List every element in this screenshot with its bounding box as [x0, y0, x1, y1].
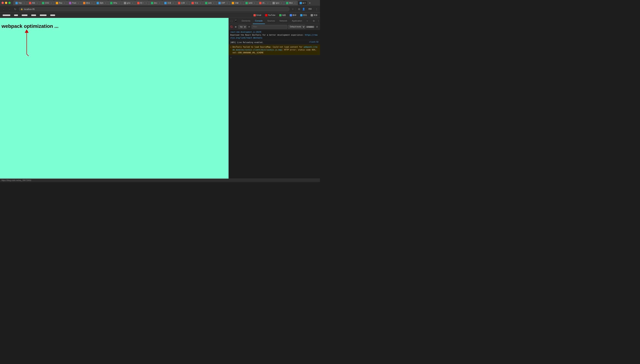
svg-marker-1: [25, 29, 28, 33]
console-filter-bar: 🚫 ◉ top 👁 Default levels 2 hidden ⚙: [229, 24, 320, 30]
tabs-bar: http:× Alib× GSG× Rax× Pack× 图说× 我的× Wha…: [13, 0, 318, 5]
console-prompt-input[interactable]: [233, 56, 318, 58]
console-filter-input[interactable]: [252, 25, 287, 29]
console-msg-source-react[interactable]: react-dom.development.js:26239: [230, 31, 261, 33]
tab-21[interactable]: Mon×: [284, 0, 298, 5]
maximize-button[interactable]: [8, 2, 11, 4]
console-context-select[interactable]: top: [238, 25, 246, 29]
bookmark-item[interactable]: [2, 14, 12, 16]
console-filter-toggle[interactable]: ◉: [234, 25, 238, 28]
bookmark-star-icon[interactable]: ☆: [291, 7, 295, 11]
warning-icon: ⚠: [230, 46, 232, 48]
tab-15[interactable]: web×: [203, 0, 216, 5]
console-msg-text-warning-prefix: DevTools failed to load SourceMap: Could…: [232, 46, 304, 48]
console-msg-content-wds: [WDS] Live Reloading enabled.: [230, 41, 306, 44]
traffic-lights: [2, 2, 11, 4]
lock-icon: 🔒: [20, 8, 23, 10]
profile-icon[interactable]: 👤: [302, 7, 306, 11]
console-settings-icon[interactable]: ⚙: [315, 25, 319, 29]
tab-4[interactable]: Rax×: [54, 0, 67, 5]
bookmark-item[interactable]: [49, 14, 56, 16]
tab-7[interactable]: 我的×: [94, 0, 108, 5]
bookmark-news[interactable]: 资讯: [299, 14, 308, 17]
console-message-warning: ⚠ DevTools failed to load SourceMap: Cou…: [229, 45, 320, 55]
devtools-settings-icon[interactable]: ⚙: [312, 19, 316, 23]
status-url: https://blog.csdn.net/aq_39872065/: [2, 179, 31, 182]
bookmark-gmail[interactable]: Gmail: [252, 14, 262, 17]
new-tab-button[interactable]: +: [308, 1, 312, 5]
console-hidden-badge: 2 hidden: [306, 26, 314, 28]
forward-button[interactable]: ›: [7, 7, 12, 12]
tab-17[interactable]: 详解×: [230, 0, 243, 5]
bookmark-resources[interactable]: 资源: [310, 14, 318, 17]
inspect-element-icon[interactable]: ⬚: [230, 19, 234, 23]
tab-3[interactable]: GSG×: [40, 0, 54, 5]
main-area: webpack optimization ... ⬚ 📱 Element: [0, 18, 320, 178]
devtools-tab-application[interactable]: Application: [290, 18, 304, 24]
tab-8[interactable]: Wha×: [108, 0, 122, 5]
bookmark-item[interactable]: [30, 14, 37, 16]
address-bar[interactable]: 🔒 localhos 05: [19, 7, 290, 12]
tab-11[interactable]: dev-×: [149, 0, 162, 5]
device-emulation-icon[interactable]: 📱: [234, 19, 238, 23]
console-msg-source-wds[interactable]: client:52: [309, 41, 318, 43]
devtools-tab-console[interactable]: Console: [253, 18, 265, 24]
toolbar-actions: ☆ ⊞ 👤 更新 ⋮: [291, 7, 318, 11]
tab-9[interactable]: gmc×: [122, 0, 135, 5]
reload-button[interactable]: ↻: [13, 7, 18, 12]
console-msg-content-warning: DevTools failed to load SourceMap: Could…: [232, 46, 318, 54]
bookmark-youtube[interactable]: YouTube: [264, 14, 276, 17]
tab-12[interactable]: 百度×: [162, 0, 176, 5]
devtools-tab-sources[interactable]: Sources: [265, 18, 277, 24]
devtools-tab-more[interactable]: »: [304, 18, 310, 24]
close-button[interactable]: [2, 2, 4, 4]
console-eye-icon[interactable]: 👁: [248, 25, 251, 28]
menu-icon[interactable]: ⋮: [315, 7, 318, 11]
bookmark-item[interactable]: [20, 14, 28, 16]
tab-5[interactable]: Pack×: [67, 0, 81, 5]
bookmark-maps[interactable]: 地图: [278, 14, 287, 17]
bookmark-item[interactable]: [13, 14, 19, 16]
tab-6[interactable]: 图说×: [81, 0, 94, 5]
tab-16[interactable]: DIIP×: [216, 0, 230, 5]
devtools-toolbar: ⬚ 📱 Elements Console Sources Network App…: [229, 18, 320, 24]
devtools-top-icons: ⬚ 📱: [229, 19, 238, 23]
back-button[interactable]: ‹: [2, 7, 6, 12]
bookmark-item[interactable]: [39, 14, 48, 16]
console-level-select[interactable]: Default levels: [288, 25, 305, 29]
update-button[interactable]: 更新: [306, 7, 314, 11]
tab-10[interactable]: 吃一×: [135, 0, 149, 5]
tab-20[interactable]: Igno×: [270, 0, 284, 5]
bookmarks-bar: Gmail YouTube 地图 翻译 资讯 资源: [0, 12, 320, 18]
tab-13[interactable]: 文章×: [176, 0, 190, 5]
status-bar: https://blog.csdn.net/aq_39872065/: [0, 178, 320, 182]
extensions-icon[interactable]: ⊞: [297, 7, 301, 11]
bookmark-maps-label: 地图: [282, 14, 286, 16]
bookmark-youtube-label: YouTube: [268, 14, 276, 16]
console-prompt: ›: [229, 55, 320, 60]
minimize-button[interactable]: [5, 2, 7, 4]
tab-18[interactable]: webi×: [244, 0, 257, 5]
toolbar: ‹ › ↻ 🔒 localhos 05 ☆ ⊞ 👤 更新 ⋮: [0, 6, 320, 12]
console-clear-button[interactable]: 🚫: [230, 25, 233, 28]
console-msg-text-wds: [WDS] Live Reloading enabled.: [230, 41, 264, 44]
bookmark-gmail-label: Gmail: [256, 14, 261, 16]
console-message-react: react-dom.development.js:26239 Download …: [229, 30, 320, 40]
console-link-devtools[interactable]: https://reactjs.org/link/react-devtools: [230, 34, 318, 39]
tab-1[interactable]: http:×: [13, 0, 27, 5]
console-prompt-icon: ›: [230, 56, 232, 59]
tab-19[interactable]: 18...×: [257, 0, 271, 5]
devtools-tab-elements[interactable]: Elements: [240, 18, 253, 24]
tab-active[interactable]: w ×: [298, 0, 308, 5]
annotation-arrow: [23, 29, 30, 56]
svg-line-2: [27, 54, 30, 56]
devtools-more-icon[interactable]: ⋮: [316, 19, 320, 23]
devtools-tab-network[interactable]: Network: [277, 18, 290, 24]
tab-14[interactable]: 写文×: [190, 0, 203, 5]
webpage: webpack optimization ...: [0, 18, 228, 178]
bookmark-translate[interactable]: 翻译: [288, 14, 298, 17]
console-msg-content-react: react-dom.development.js:26239 Download …: [230, 30, 318, 39]
tab-2[interactable]: Alib×: [27, 0, 40, 5]
bookmark-translate-label: 翻译: [292, 14, 296, 16]
devtools-controls: ⚙ ⋮ ×: [311, 19, 320, 23]
